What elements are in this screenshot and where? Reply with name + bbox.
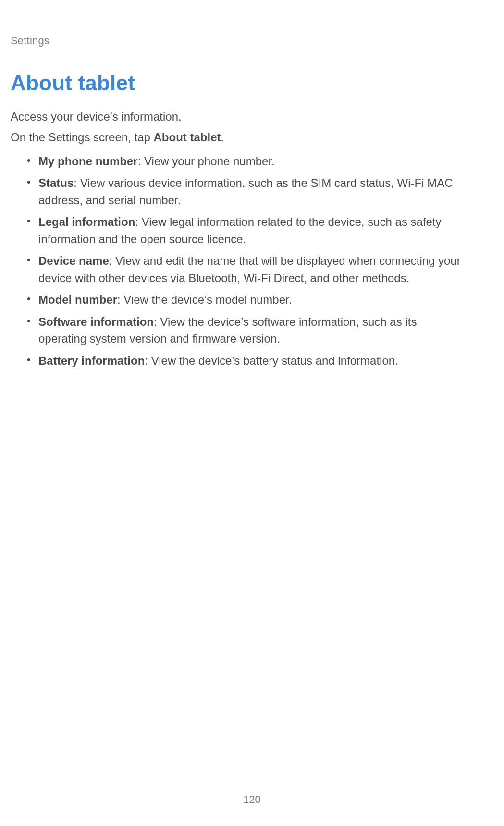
item-desc: : View the device’s battery status and i… (145, 354, 398, 367)
instruction-suffix: . (221, 131, 224, 144)
intro-text: Access your device’s information. (11, 109, 466, 125)
breadcrumb: Settings (11, 35, 466, 47)
item-desc: : View the device’s model number. (117, 293, 292, 306)
item-term: Device name (38, 254, 109, 267)
list-item: My phone number: View your phone number. (27, 153, 466, 170)
list-item: Status: View various device information,… (27, 174, 466, 209)
item-term: My phone number (38, 155, 138, 168)
item-desc: : View various device information, such … (38, 176, 453, 207)
item-term: Status (38, 176, 74, 189)
instruction-bold: About tablet (154, 131, 221, 144)
list-item: Software information: View the device’s … (27, 313, 466, 347)
item-desc: : View your phone number. (138, 155, 275, 168)
item-term: Legal information (38, 215, 135, 228)
feature-list: My phone number: View your phone number.… (11, 153, 466, 370)
list-item: Device name: View and edit the name that… (27, 252, 466, 286)
list-item: Legal information: View legal informatio… (27, 213, 466, 247)
page-title: About tablet (11, 71, 466, 95)
item-term: Battery information (38, 354, 145, 367)
page-container: Settings About tablet Access your device… (0, 0, 504, 826)
page-number: 120 (0, 793, 504, 806)
item-term: Model number (38, 293, 117, 306)
list-item: Model number: View the device’s model nu… (27, 291, 466, 308)
instruction-prefix: On the Settings screen, tap (11, 131, 154, 144)
list-item: Battery information: View the device’s b… (27, 352, 466, 370)
item-term: Software information (38, 315, 154, 328)
instruction-text: On the Settings screen, tap About tablet… (11, 129, 466, 146)
